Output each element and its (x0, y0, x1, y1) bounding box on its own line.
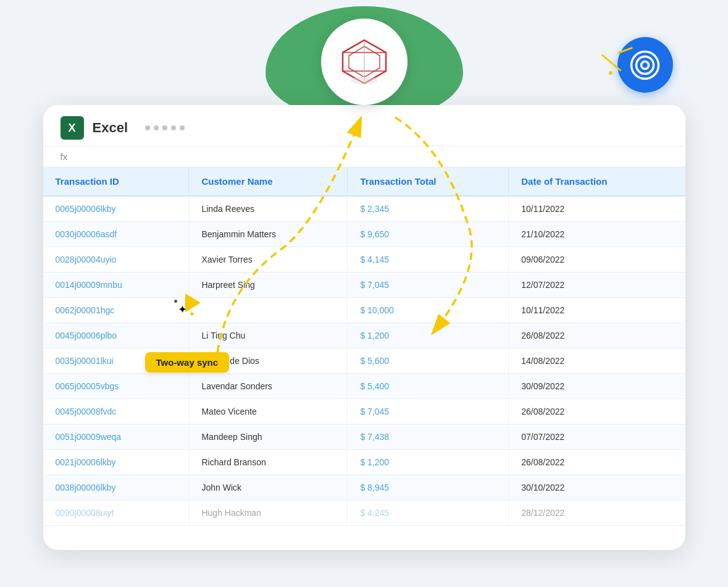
cell-2-1: Xavier Torres (189, 247, 348, 272)
cell-10-2: $ 1,200 (348, 450, 509, 475)
cell-9-1: Mandeep Singh (189, 424, 348, 450)
table-body: 0065j00006lkbyLinda Reeves$ 2,34510/11/2… (43, 196, 685, 526)
col-transaction-id: Transaction ID (43, 167, 189, 196)
yellow-dot (609, 71, 613, 75)
cell-11-3: 30/10/2022 (509, 475, 685, 500)
cell-4-1 (189, 298, 348, 323)
cell-0-3: 10/11/2022 (509, 196, 685, 222)
cell-5-0: 0045j00006plbo (43, 323, 189, 348)
cell-2-3: 09/06/2022 (509, 247, 685, 272)
cell-6-3: 14/08/2022 (509, 348, 685, 374)
cell-2-2: $ 4,145 (348, 247, 509, 272)
cell-3-0: 0014j00009mnbu (43, 272, 189, 298)
svg-point-10 (642, 61, 649, 69)
cc-icon (628, 48, 662, 82)
sql-logo-circle (321, 19, 408, 105)
col-transaction-total: Transaction Total (348, 167, 509, 196)
cell-10-0: 0021j00006lkby (43, 450, 189, 475)
table-row: 0014j00009mnbuHarpreet Sing$ 7,04512/07/… (43, 272, 685, 298)
cell-9-2: $ 7,438 (348, 424, 509, 450)
cell-0-1: Linda Reeves (189, 196, 348, 222)
excel-card: X Excel fx Transaction ID Customer Name … (43, 105, 685, 550)
table-row: 0030j00006asdfBenjammin Matters$ 9,65021… (43, 222, 685, 247)
cell-0-0: 0065j00006lkby (43, 196, 189, 222)
cell-9-0: 0051j00009weqa (43, 424, 189, 450)
cell-11-2: $ 8,945 (348, 475, 509, 500)
table-row: 0045j00008fvdcMateo Vicente$ 7,04526/08/… (43, 399, 685, 424)
excel-logo: X (61, 116, 84, 140)
cell-7-1: Lavendar Sonders (189, 374, 348, 399)
cell-8-1: Mateo Vicente (189, 399, 348, 424)
table-row: 0021j00006lkbyRichard Branson$ 1,20026/0… (43, 450, 685, 475)
table-row: 0035j00001lkuiTeresa de Dios$ 5,60014/08… (43, 348, 685, 374)
table-row: 0051j00009weqaMandeep Singh$ 7,43807/07/… (43, 424, 685, 450)
two-way-sync-tooltip: Two-way sync (145, 352, 230, 373)
cell-10-1: Richard Branson (189, 450, 348, 475)
table-row: 0065j00005vbgsLavendar Sonders$ 5,40030/… (43, 374, 685, 399)
cell-3-1: Harpreet Sing (189, 272, 348, 298)
dot-5 (180, 125, 185, 130)
table-row: 0028j00004uyioXavier Torres$ 4,14509/06/… (43, 247, 685, 272)
cell-6-2: $ 5,600 (348, 348, 509, 374)
table-row: 0090j00008uiytHugh Hackman$ 4,24528/12/2… (43, 500, 685, 526)
dot-1 (145, 125, 150, 130)
excel-title: Excel (93, 120, 128, 136)
table-row: 0045j00006plboLi Ting Chu$ 1,20026/08/20… (43, 323, 685, 348)
svg-point-7 (351, 77, 378, 84)
cell-5-1: Li Ting Chu (189, 323, 348, 348)
cell-8-3: 26/08/2022 (509, 399, 685, 424)
table-row: 0065j00006lkbyLinda Reeves$ 2,34510/11/2… (43, 196, 685, 222)
dot-4 (171, 125, 176, 130)
cell-7-3: 30/09/2022 (509, 374, 685, 399)
cell-4-0: 0062j00001hgc (43, 298, 189, 323)
cell-3-3: 12/07/2022 (509, 272, 685, 298)
cell-1-1: Benjammin Matters (189, 222, 348, 247)
cell-4-3: 10/11/2022 (509, 298, 685, 323)
excel-dots (145, 125, 185, 130)
cell-11-0: 0038j00006lkby (43, 475, 189, 500)
excel-header: X Excel (43, 105, 685, 146)
scene: ✦ ✦ Two-way sync X Excel (25, 25, 704, 562)
sparkle-dot (174, 300, 177, 303)
svg-line-6 (364, 40, 386, 53)
formula-bar-text: fx (61, 151, 68, 162)
svg-line-5 (343, 40, 364, 53)
cell-9-3: 07/07/2022 (509, 424, 685, 450)
cell-12-0: 0090j00008uiyt (43, 500, 189, 526)
formula-bar: fx (43, 146, 685, 167)
cell-4-2: $ 10,000 (348, 298, 509, 323)
cell-8-0: 0045j00008fvdc (43, 399, 189, 424)
svg-point-9 (637, 56, 654, 74)
cell-2-0: 0028j00004uyio (43, 247, 189, 272)
cell-3-2: $ 7,045 (348, 272, 509, 298)
cell-7-2: $ 5,400 (348, 374, 509, 399)
table-row: 0038j00006lkbyJohn Wick$ 8,94530/10/2022 (43, 475, 685, 500)
cell-7-0: 0065j00005vbgs (43, 374, 189, 399)
table-row: 0062j00001hgc$ 10,00010/11/2022 (43, 298, 685, 323)
sparkle-black-icon: ✦ (178, 303, 187, 316)
cell-12-3: 28/12/2022 (509, 500, 685, 526)
col-date: Date of Transaction (509, 167, 685, 196)
dot-2 (154, 125, 159, 130)
cell-8-2: $ 7,045 (348, 399, 509, 424)
cell-0-2: $ 2,345 (348, 196, 509, 222)
cc-logo-circle (617, 37, 673, 93)
data-table: Transaction ID Customer Name Transaction… (43, 167, 685, 526)
col-customer-name: Customer Name (189, 167, 348, 196)
cell-1-2: $ 9,650 (348, 222, 509, 247)
cell-12-1: Hugh Hackman (189, 500, 348, 526)
cell-5-3: 26/08/2022 (509, 323, 685, 348)
header-row: Transaction ID Customer Name Transaction… (43, 167, 685, 196)
dot-3 (162, 125, 167, 130)
table-header: Transaction ID Customer Name Transaction… (43, 167, 685, 196)
cell-12-2: $ 4,245 (348, 500, 509, 526)
sparkle-yellow-icon: ✦ (188, 309, 196, 319)
cell-1-3: 21/10/2022 (509, 222, 685, 247)
cell-11-1: John Wick (189, 475, 348, 500)
excel-logo-letter: X (68, 122, 75, 135)
cell-1-0: 0030j00006asdf (43, 222, 189, 247)
sql-diamond-icon (340, 37, 389, 87)
cell-10-3: 26/08/2022 (509, 450, 685, 475)
cell-5-2: $ 1,200 (348, 323, 509, 348)
